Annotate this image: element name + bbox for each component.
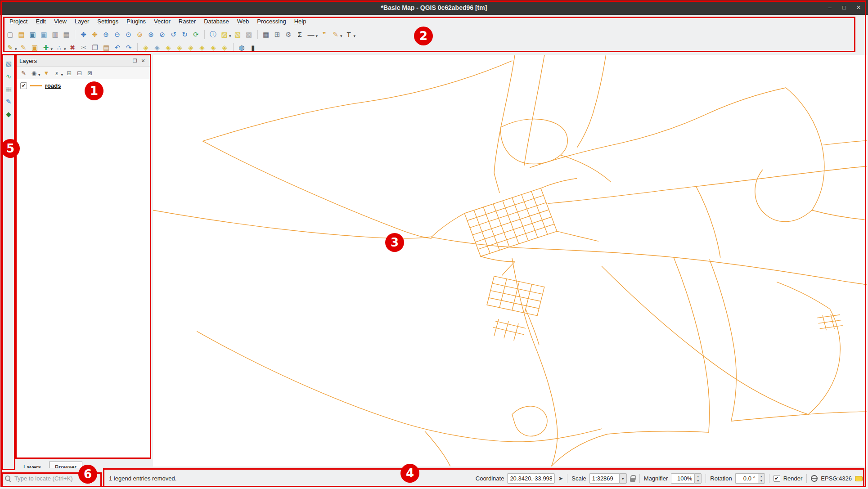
menu-item-layer[interactable]: Layer [71, 16, 94, 27]
crs-value[interactable]: EPSG:4326 [821, 475, 852, 482]
paste-features-icon[interactable]: ▤ [101, 42, 112, 53]
plugin-icon[interactable]: ▮ [248, 42, 258, 53]
menu-item-raster[interactable]: Raster [175, 16, 200, 27]
layer-diagram-icon[interactable]: ◈ [152, 42, 162, 53]
menu-item-project[interactable]: Project [5, 16, 31, 27]
dropdown-caret-icon[interactable]: ▾ [340, 34, 342, 38]
dropdown-caret-icon[interactable]: ▾ [38, 72, 40, 77]
new-shapefile-layer-icon[interactable]: ✎ [4, 96, 14, 107]
vertex-tool-icon[interactable]: ∴ [54, 42, 64, 53]
layer-name[interactable]: roads [45, 82, 61, 89]
lock-icon[interactable] [630, 478, 635, 482]
undo-icon[interactable]: ↶ [112, 42, 123, 53]
spin-down-icon[interactable]: ▾ [695, 479, 701, 484]
magnifier-spinbox[interactable]: ▴ ▾ [671, 473, 702, 484]
open-layer-styling-icon[interactable]: ✎ [19, 68, 28, 78]
field-calculator-icon[interactable]: ⊞ [272, 29, 283, 40]
zoom-last-icon[interactable]: ↺ [168, 29, 179, 40]
dropdown-caret-icon[interactable]: ▾ [64, 47, 66, 51]
remove-layer-icon[interactable]: ⊠ [85, 68, 94, 78]
show-hide-labels-icon[interactable]: ◈ [186, 42, 196, 53]
rotation-spin-buttons[interactable]: ▴ ▾ [758, 473, 765, 484]
open-attribute-table-icon[interactable]: ▦ [261, 29, 271, 40]
crs-globe-icon[interactable] [811, 475, 818, 482]
coordinate-input[interactable] [507, 473, 555, 484]
measure-line-icon[interactable]: ― [306, 29, 316, 40]
pin-unpin-labels-icon[interactable]: ◈ [175, 42, 185, 53]
current-edits-icon[interactable]: ✎ [5, 42, 15, 53]
mouse-position-toggle-icon[interactable]: ➤ [558, 475, 563, 482]
scale-input[interactable] [589, 473, 619, 484]
magnifier-input[interactable] [671, 473, 694, 484]
rotate-label-icon[interactable]: ◈ [208, 42, 219, 53]
manage-map-themes-icon[interactable]: ◉ [29, 68, 39, 78]
zoom-to-selection-icon[interactable]: ⊚ [135, 29, 145, 40]
menu-item-help[interactable]: Help [290, 16, 310, 27]
filter-legend-icon[interactable]: ▼ [42, 68, 51, 78]
layer-checkbox[interactable]: ✔ [20, 82, 27, 89]
render-checkbox[interactable]: ✔ [774, 475, 780, 482]
scale-dropdown-icon[interactable]: ▾ [619, 473, 627, 484]
move-label-icon[interactable]: ◈ [197, 42, 207, 53]
menu-item-web[interactable]: Web [233, 16, 253, 27]
dropdown-caret-icon[interactable]: ▾ [316, 34, 318, 38]
scale-combo[interactable]: ▾ [589, 473, 627, 484]
rotation-spinbox[interactable]: ▴ ▾ [735, 473, 765, 484]
pan-map-icon[interactable]: ✥ [78, 29, 89, 40]
zoom-native-icon[interactable]: ⊘ [157, 29, 167, 40]
panel-float-icon[interactable]: ❐ [131, 57, 139, 65]
spin-up-icon[interactable]: ▴ [758, 474, 765, 479]
add-vector-layer-icon[interactable]: ∿ [4, 71, 14, 81]
map-canvas[interactable] [153, 55, 867, 467]
refresh-map-icon[interactable]: ⟳ [191, 29, 201, 40]
pan-to-selection-icon[interactable]: ✥ [90, 29, 100, 40]
menu-item-plugins[interactable]: Plugins [122, 16, 150, 27]
dropdown-caret-icon[interactable]: ▾ [15, 47, 17, 51]
zoom-full-icon[interactable]: ⊙ [123, 29, 134, 40]
collapse-all-icon[interactable]: ⊟ [75, 68, 84, 78]
menu-item-settings[interactable]: Settings [93, 16, 122, 27]
map-tips-icon[interactable]: ❞ [319, 29, 329, 40]
dropdown-caret-icon[interactable]: ▾ [354, 34, 356, 38]
dropdown-caret-icon[interactable]: ▾ [51, 47, 53, 51]
menu-item-processing[interactable]: Processing [253, 16, 290, 27]
layer-labeling-icon[interactable]: ◈ [141, 42, 151, 53]
zoom-to-layer-icon[interactable]: ⊛ [146, 29, 156, 40]
new-print-layout-icon[interactable]: ▥ [50, 29, 60, 40]
menu-item-edit[interactable]: Edit [31, 16, 49, 27]
menu-item-vector[interactable]: Vector [150, 16, 175, 27]
redo-icon[interactable]: ↷ [124, 42, 134, 53]
save-project-icon[interactable]: ▣ [27, 29, 38, 40]
spin-down-icon[interactable]: ▾ [758, 479, 765, 484]
filter-by-expression-icon[interactable]: ε [52, 68, 62, 78]
rotation-input[interactable] [735, 473, 758, 484]
save-project-as-icon[interactable]: ▣ [39, 29, 49, 40]
zoom-out-icon[interactable]: ⊖ [112, 29, 122, 40]
select-by-expression-icon[interactable]: ▧ [233, 29, 243, 40]
messages-icon[interactable] [855, 476, 863, 481]
statistical-summary-icon[interactable]: Σ [295, 29, 305, 40]
close-button[interactable]: ✕ [853, 3, 864, 13]
minimize-button[interactable]: – [824, 3, 836, 13]
locate-input[interactable] [14, 475, 92, 482]
deselect-features-icon[interactable]: ▩ [244, 29, 254, 40]
copy-features-icon[interactable]: ❐ [90, 42, 100, 53]
new-annotation-icon[interactable]: ✎ [330, 29, 341, 40]
panel-close-icon[interactable]: ✕ [139, 57, 147, 65]
maximize-button[interactable]: □ [838, 3, 850, 13]
menu-item-view[interactable]: View [50, 16, 71, 27]
cut-features-icon[interactable]: ✂ [79, 42, 89, 53]
zoom-next-icon[interactable]: ↻ [180, 29, 190, 40]
dropdown-caret-icon[interactable]: ▾ [229, 34, 231, 38]
text-annotation-icon[interactable]: T [344, 29, 354, 40]
data-source-manager-icon[interactable]: ▧ [4, 58, 14, 69]
save-layer-edits-icon[interactable]: ▣ [30, 42, 40, 53]
toggle-editing-icon[interactable]: ✎ [18, 42, 29, 53]
expand-all-icon[interactable]: ⊞ [64, 68, 74, 78]
change-label-icon[interactable]: ◈ [220, 42, 230, 53]
show-layout-manager-icon[interactable]: ▦ [61, 29, 72, 40]
zoom-in-icon[interactable]: ⊕ [101, 29, 111, 40]
options-gear-icon[interactable]: ⚙ [283, 29, 294, 40]
metasearch-icon[interactable]: ◍ [237, 42, 247, 53]
highlight-pinned-labels-icon[interactable]: ◈ [163, 42, 174, 53]
